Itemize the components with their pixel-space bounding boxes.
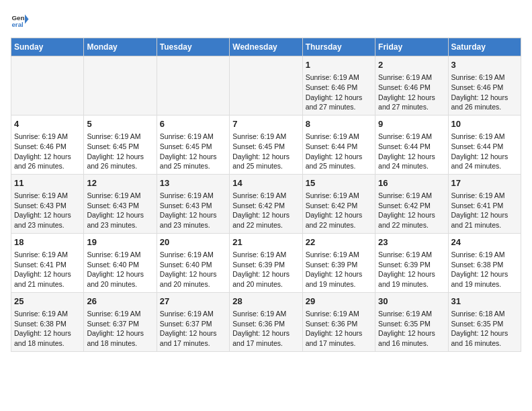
- calendar-cell: 19Sunrise: 6:19 AMSunset: 6:40 PMDayligh…: [84, 233, 157, 292]
- day-info: Sunrise: 6:19 AM: [232, 309, 299, 319]
- day-info: Sunset: 6:35 PM: [451, 319, 518, 329]
- calendar-cell: 30Sunrise: 6:19 AMSunset: 6:35 PMDayligh…: [375, 292, 448, 351]
- day-info: Daylight: 12 hours: [232, 269, 299, 279]
- day-number: 31: [451, 295, 518, 308]
- day-info: and 25 minutes.: [160, 161, 226, 171]
- day-info: Sunrise: 6:19 AM: [378, 73, 445, 83]
- calendar-cell: 23Sunrise: 6:19 AMSunset: 6:39 PMDayligh…: [375, 233, 448, 292]
- day-info: and 16 minutes.: [378, 338, 445, 349]
- day-info: and 26 minutes.: [87, 161, 153, 171]
- day-number: 6: [160, 118, 226, 130]
- day-info: and 19 minutes.: [378, 279, 445, 289]
- day-info: Sunrise: 6:19 AM: [451, 191, 518, 201]
- day-info: Sunset: 6:42 PM: [378, 201, 445, 211]
- calendar-cell: 31Sunrise: 6:18 AMSunset: 6:35 PMDayligh…: [448, 292, 521, 351]
- header-day-thursday: Thursday: [302, 38, 375, 56]
- calendar-cell: 17Sunrise: 6:19 AMSunset: 6:41 PMDayligh…: [448, 174, 521, 233]
- day-info: Daylight: 12 hours: [451, 93, 518, 103]
- day-info: Sunset: 6:40 PM: [87, 260, 153, 270]
- day-number: 21: [232, 236, 299, 248]
- day-info: and 25 minutes.: [306, 161, 372, 171]
- day-info: and 21 minutes.: [451, 220, 518, 230]
- day-info: and 23 minutes.: [160, 220, 226, 230]
- day-info: Daylight: 12 hours: [87, 210, 153, 220]
- calendar-cell: 1Sunrise: 6:19 AMSunset: 6:46 PMDaylight…: [302, 56, 375, 116]
- week-row-3: 11Sunrise: 6:19 AMSunset: 6:43 PMDayligh…: [11, 174, 521, 233]
- day-info: and 22 minutes.: [378, 220, 445, 230]
- week-row-2: 4Sunrise: 6:19 AMSunset: 6:46 PMDaylight…: [11, 115, 521, 174]
- day-info: Sunrise: 6:19 AM: [14, 191, 81, 201]
- day-info: and 18 minutes.: [14, 338, 81, 349]
- day-info: Daylight: 12 hours: [14, 269, 81, 279]
- day-number: 28: [232, 295, 299, 308]
- page-header: Gen eral: [11, 11, 521, 30]
- header-day-saturday: Saturday: [448, 38, 521, 56]
- logo-icon: Gen eral: [11, 11, 30, 30]
- day-info: Sunrise: 6:19 AM: [451, 250, 518, 260]
- calendar-cell: 13Sunrise: 6:19 AMSunset: 6:43 PMDayligh…: [157, 174, 229, 233]
- day-info: and 25 minutes.: [232, 161, 299, 171]
- day-info: and 19 minutes.: [306, 279, 372, 289]
- calendar-cell: 21Sunrise: 6:19 AMSunset: 6:39 PMDayligh…: [230, 233, 302, 292]
- day-info: and 20 minutes.: [160, 279, 226, 289]
- day-info: Sunset: 6:37 PM: [160, 319, 226, 329]
- day-info: and 21 minutes.: [14, 279, 81, 289]
- day-number: 1: [306, 59, 372, 71]
- day-info: and 27 minutes.: [378, 102, 445, 112]
- day-info: Daylight: 12 hours: [14, 152, 81, 162]
- day-number: 12: [87, 177, 153, 189]
- day-info: and 16 minutes.: [451, 338, 518, 349]
- calendar-cell: 6Sunrise: 6:19 AMSunset: 6:45 PMDaylight…: [157, 115, 229, 174]
- day-info: Sunset: 6:42 PM: [232, 201, 299, 211]
- day-number: 24: [451, 236, 518, 248]
- svg-marker-2: [25, 15, 29, 24]
- calendar-cell: 24Sunrise: 6:19 AMSunset: 6:38 PMDayligh…: [448, 233, 521, 292]
- day-info: Sunset: 6:46 PM: [14, 142, 81, 152]
- day-info: Sunset: 6:38 PM: [451, 260, 518, 270]
- logo: Gen eral: [11, 11, 32, 30]
- calendar-cell: 10Sunrise: 6:19 AMSunset: 6:44 PMDayligh…: [448, 115, 521, 174]
- day-number: 17: [451, 177, 518, 189]
- day-number: 9: [378, 118, 445, 130]
- day-info: Sunset: 6:44 PM: [306, 142, 372, 152]
- day-number: 4: [14, 118, 81, 130]
- day-info: Sunset: 6:41 PM: [14, 260, 81, 270]
- day-info: Daylight: 12 hours: [160, 328, 226, 338]
- day-info: Sunrise: 6:19 AM: [306, 132, 372, 142]
- day-info: Sunrise: 6:19 AM: [14, 132, 81, 142]
- header-day-sunday: Sunday: [11, 38, 84, 56]
- day-info: Sunset: 6:35 PM: [378, 319, 445, 329]
- day-number: 14: [232, 177, 299, 189]
- day-info: Sunrise: 6:19 AM: [378, 250, 445, 260]
- calendar-cell: 3Sunrise: 6:19 AMSunset: 6:46 PMDaylight…: [448, 56, 521, 116]
- day-info: Daylight: 12 hours: [306, 328, 372, 338]
- day-number: 19: [87, 236, 153, 248]
- day-info: Sunrise: 6:19 AM: [160, 132, 226, 142]
- day-info: Daylight: 12 hours: [306, 152, 372, 162]
- day-info: Sunrise: 6:18 AM: [451, 309, 518, 319]
- day-info: Sunrise: 6:19 AM: [378, 309, 445, 319]
- day-info: Sunset: 6:46 PM: [306, 83, 372, 93]
- day-info: and 22 minutes.: [232, 220, 299, 230]
- day-number: 5: [87, 118, 153, 130]
- calendar-body: 1Sunrise: 6:19 AMSunset: 6:46 PMDaylight…: [11, 56, 521, 352]
- day-info: and 24 minutes.: [378, 161, 445, 171]
- calendar-cell: 29Sunrise: 6:19 AMSunset: 6:36 PMDayligh…: [302, 292, 375, 351]
- day-info: Sunrise: 6:19 AM: [378, 132, 445, 142]
- calendar-cell: 16Sunrise: 6:19 AMSunset: 6:42 PMDayligh…: [375, 174, 448, 233]
- day-info: Sunset: 6:39 PM: [306, 260, 372, 270]
- day-info: Sunset: 6:45 PM: [160, 142, 226, 152]
- week-row-5: 25Sunrise: 6:19 AMSunset: 6:38 PMDayligh…: [11, 292, 521, 351]
- day-info: Daylight: 12 hours: [451, 210, 518, 220]
- day-info: Sunset: 6:39 PM: [232, 260, 299, 270]
- day-number: 22: [306, 236, 372, 248]
- header-day-monday: Monday: [84, 38, 157, 56]
- day-info: Daylight: 12 hours: [378, 152, 445, 162]
- day-info: Daylight: 12 hours: [87, 152, 153, 162]
- day-info: Sunrise: 6:19 AM: [87, 191, 153, 201]
- day-info: Sunset: 6:45 PM: [87, 142, 153, 152]
- day-info: Daylight: 12 hours: [378, 210, 445, 220]
- day-info: and 19 minutes.: [451, 279, 518, 289]
- day-info: Sunrise: 6:19 AM: [14, 250, 81, 260]
- day-info: Sunset: 6:43 PM: [87, 201, 153, 211]
